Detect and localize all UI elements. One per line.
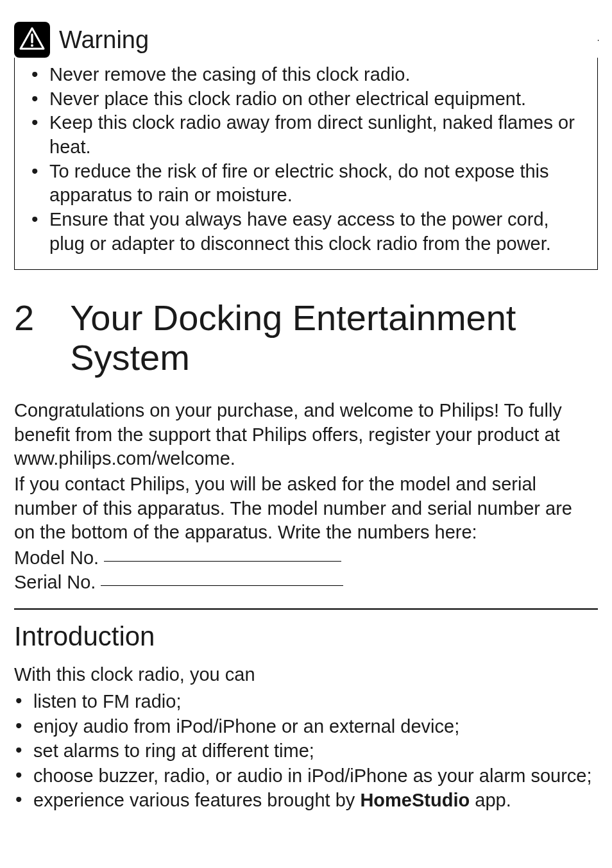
warning-item: Never place this clock radio on other el… [49, 87, 582, 112]
warning-item: Never remove the casing of this clock ra… [49, 63, 582, 87]
model-label: Model No. [14, 547, 99, 568]
model-row: Model No. [14, 546, 598, 571]
list-item: listen to FM radio; [33, 689, 598, 714]
warning-icon [14, 22, 50, 58]
introduction-list: listen to FM radio; enjoy audio from iPo… [14, 689, 598, 813]
section-number: 2 [14, 298, 34, 338]
section-divider [14, 608, 598, 610]
warning-item: To reduce the risk of fire or electric s… [49, 160, 582, 208]
warning-callout: Warning Never remove the casing of this … [14, 22, 598, 270]
list-item: experience various features brought by H… [33, 788, 598, 813]
svg-point-1 [31, 44, 33, 47]
warning-header: Warning [14, 22, 598, 58]
intro-paragraph-1: Congratulations on your purchase, and we… [14, 399, 598, 471]
warning-title: Warning [59, 26, 149, 54]
intro-paragraph-2: If you contact Philips, you will be aske… [14, 472, 598, 545]
model-underline [104, 561, 341, 562]
list-item-bold: HomeStudio [360, 790, 470, 810]
list-item: set alarms to ring at different time; [33, 739, 598, 764]
warning-item: Ensure that you always have easy access … [49, 208, 582, 256]
introduction-heading: Introduction [14, 621, 598, 652]
introduction-lead: With this clock radio, you can [14, 662, 598, 687]
section-heading: 2 Your Docking Entertainment System [14, 298, 598, 378]
section-title: Your Docking Entertainment System [70, 298, 598, 378]
warning-list: Never remove the casing of this clock ra… [49, 63, 582, 256]
warning-item: Keep this clock radio away from direct s… [49, 111, 582, 159]
serial-row: Serial No. [14, 571, 598, 595]
serial-label: Serial No. [14, 572, 96, 592]
serial-underline [101, 585, 343, 586]
list-item-text-suffix: app. [470, 790, 511, 810]
warning-frame: Never remove the casing of this clock ra… [14, 40, 598, 270]
list-item: enjoy audio from iPod/iPhone or an exter… [33, 714, 598, 739]
list-item-text-prefix: experience various features brought by [33, 790, 360, 810]
list-item: choose buzzer, radio, or audio in iPod/i… [33, 764, 598, 789]
